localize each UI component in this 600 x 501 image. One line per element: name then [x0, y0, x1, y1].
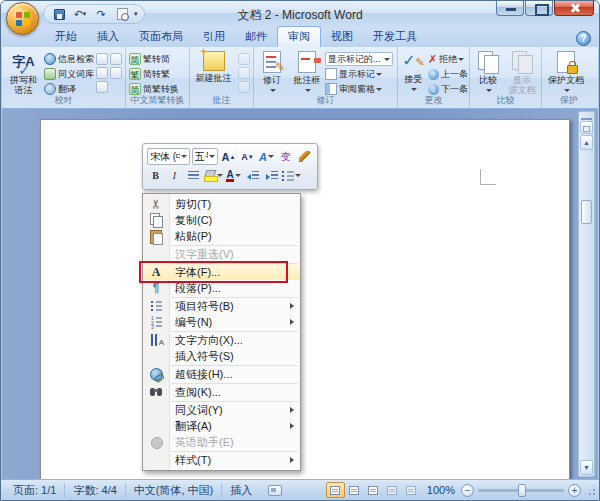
zoom-level[interactable]: 100% [425, 484, 457, 496]
menu-item-copy[interactable]: 复制(C) [143, 212, 300, 228]
menu-item-label: 英语助手(E) [175, 435, 234, 450]
menu-item-translate[interactable]: 翻译(A) [143, 418, 300, 434]
menu-item-synonyms[interactable]: 同义词(Y) [143, 402, 300, 418]
new-comment-button[interactable]: 新建批注 [191, 49, 236, 96]
protect-document-button[interactable]: 保护文档 [543, 49, 589, 96]
scroll-up-button[interactable]: ▲ [580, 135, 593, 150]
menu-item-font[interactable]: A字体(F)... [143, 264, 300, 280]
center-align-button[interactable] [185, 167, 202, 184]
outline-view-button[interactable] [383, 482, 402, 498]
print-layout-icon [330, 486, 340, 495]
phonetic-guide-button[interactable]: 变 [277, 148, 294, 165]
simplified-to-traditional-button[interactable]: 繁简转繁 [129, 67, 179, 81]
thesaurus-button[interactable]: 同义词库 [44, 67, 94, 81]
web-layout-view-button[interactable] [364, 482, 383, 498]
zoom-out-button[interactable]: − [461, 484, 474, 497]
word-count-icon[interactable] [110, 67, 122, 79]
delete-comment-icon[interactable] [238, 53, 250, 65]
status-right: 100% − + [326, 482, 595, 498]
scroll-down-button[interactable]: ▼ [580, 460, 593, 475]
menu-item-numbering[interactable]: 编号(N) [143, 314, 300, 330]
set-language-icon[interactable] [110, 53, 122, 65]
zoom-slider-thumb[interactable] [518, 484, 526, 497]
group-compare: 比较 显示源文档 比较 [470, 47, 542, 108]
research-button[interactable]: 信息检索 [44, 52, 94, 66]
send-icon[interactable] [96, 81, 108, 93]
maximize-button[interactable] [525, 1, 553, 16]
tab-home[interactable]: 开始 [45, 27, 87, 47]
fullscreen-reading-view-button[interactable] [345, 482, 364, 498]
menu-item-text-direction[interactable]: 文字方向(X)... [143, 332, 300, 348]
decrease-indent-button[interactable] [244, 167, 261, 184]
reject-button[interactable]: ✗拒绝 [428, 52, 468, 66]
vertical-scrollbar[interactable]: ▲ ▼ [578, 111, 595, 477]
format-painter-button[interactable] [296, 148, 313, 165]
show-source-documents-icon [512, 51, 532, 73]
minimize-button[interactable] [496, 1, 524, 16]
accept-button[interactable]: ✓✎ 接受 [399, 49, 428, 96]
tab-mailings[interactable]: 邮件 [235, 27, 277, 47]
bold-button[interactable]: B [147, 167, 164, 184]
scrollbar-thumb[interactable] [581, 200, 592, 224]
tab-view[interactable]: 视图 [321, 27, 363, 47]
next-comment-icon[interactable] [238, 81, 250, 93]
split-handle[interactable] [581, 113, 592, 120]
increase-indent-icon [266, 171, 278, 181]
submenu-arrow-icon [290, 423, 294, 429]
font-color-button[interactable]: A [225, 167, 242, 184]
tab-insert[interactable]: 插入 [87, 27, 129, 47]
tab-page-layout[interactable]: 页面布局 [129, 27, 193, 47]
balloons-button[interactable]: 批注框 [289, 49, 325, 96]
menu-item-paragraph[interactable]: ¶段落(P)... [143, 280, 300, 296]
tab-developer[interactable]: 开发工具 [363, 27, 427, 47]
help-icon[interactable]: ? [576, 31, 591, 46]
previous-change-button[interactable]: ↑上一条 [428, 67, 468, 81]
submenu-arrow-icon [290, 303, 294, 309]
menu-item-lookup[interactable]: 查阅(K)... [143, 384, 300, 400]
menu-item-label: 粘贴(P) [175, 229, 212, 244]
close-button[interactable] [554, 1, 594, 16]
show-source-documents-button[interactable]: 显示源文档 [505, 49, 539, 96]
page-indicator[interactable]: 页面: 1/1 [5, 480, 64, 500]
macro-record-icon [268, 485, 282, 496]
group-label-compare: 比较 [470, 94, 541, 107]
font-size-dropdown[interactable]: 五号 [192, 148, 218, 165]
ruler-toggle-button[interactable] [580, 121, 593, 134]
show-markup-button[interactable]: 显示标记 [325, 67, 393, 81]
group-label-protect: 保护 [542, 94, 596, 107]
increase-indent-button[interactable] [263, 167, 280, 184]
zoom-slider[interactable] [478, 489, 564, 492]
menu-item-bullets[interactable]: 项目符号(B) [143, 298, 300, 314]
office-button[interactable] [6, 2, 39, 35]
styles-button[interactable]: A [258, 148, 275, 165]
bullets-button[interactable] [282, 167, 301, 184]
font-name-dropdown[interactable]: 宋体 (中文 [147, 148, 190, 165]
menu-item-styles[interactable]: 样式(T) [143, 452, 300, 468]
word-count-indicator[interactable]: 字数: 4/4 [65, 480, 124, 500]
zoom-in-button[interactable]: + [568, 484, 581, 497]
insert-mode-indicator[interactable]: 插入 [222, 480, 260, 500]
menu-item-hyperlink[interactable]: 超链接(H)... [143, 366, 300, 382]
grow-font-button[interactable]: A▲ [220, 148, 237, 165]
menu-item-paste[interactable]: 粘贴(P) [143, 228, 300, 244]
language-indicator[interactable]: 中文(简体, 中国) [126, 480, 221, 500]
draft-view-button[interactable] [402, 482, 421, 498]
translation-screentip-icon[interactable] [96, 53, 108, 65]
compare-button[interactable]: 比较 [471, 49, 505, 96]
tab-references[interactable]: 引用 [193, 27, 235, 47]
print-layout-view-button[interactable] [326, 482, 345, 498]
italic-button[interactable]: I [166, 167, 183, 184]
tab-review[interactable]: 审阅 [277, 26, 321, 47]
macro-record-button[interactable] [260, 480, 290, 500]
spelling-grammar-button[interactable]: 字A✓ 拼写和语法 [3, 49, 44, 96]
menu-item-cut[interactable]: ✂剪切(T) [143, 196, 300, 212]
previous-comment-icon[interactable] [238, 67, 250, 79]
resize-grip[interactable] [585, 485, 595, 495]
display-for-review-dropdown[interactable]: 显示标记的... [325, 52, 393, 66]
menu-item-insert-symbol[interactable]: 插入符号(S) [143, 348, 300, 364]
track-changes-button[interactable]: ✎ 修订 [255, 49, 289, 96]
shrink-font-button[interactable]: A▼ [239, 148, 256, 165]
traditional-to-simplified-button[interactable]: 简繁转简 [129, 52, 179, 66]
highlight-button[interactable] [204, 167, 223, 184]
translate-small-icon[interactable] [96, 67, 108, 79]
